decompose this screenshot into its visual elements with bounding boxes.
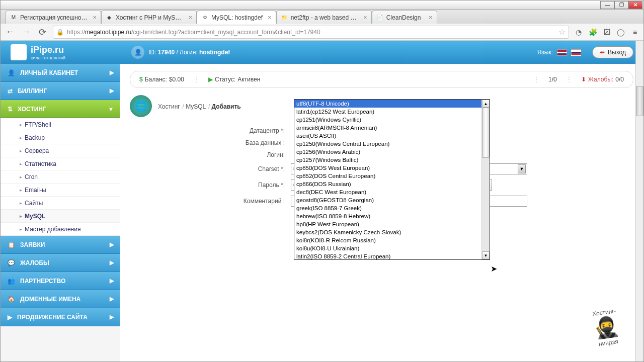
sidebar-icon: 💬 — [8, 259, 15, 266]
browser-tab[interactable]: 📁net2ftp - a web based FTP× — [276, 11, 372, 24]
dropdown-option[interactable]: ascii(US ASCII) — [294, 132, 481, 140]
dropdown-option[interactable]: cp850(DOS West European) — [294, 164, 481, 172]
tab-favicon-icon: 📁 — [281, 14, 288, 21]
sidebar-item[interactable]: 🏠ДОМЕННЫЕ ИМЕНА▶ — [1, 290, 120, 308]
dropdown-option[interactable]: koi8r(KOI8-R Relcom Russian) — [294, 236, 481, 244]
scroll-down-icon[interactable]: ▼ — [482, 251, 490, 259]
dropdown-option[interactable]: armscii8(ARMSCII-8 Armenian) — [294, 124, 481, 132]
dropdown-option[interactable]: keybcs2(DOS Kamenicky Czech-Slovak) — [294, 228, 481, 236]
extension-icon[interactable]: 🧩 — [588, 28, 597, 37]
browser-tab[interactable]: ◆Хостинг с PHP и MySQL,× — [101, 11, 197, 24]
dropdown-option[interactable]: dec8(DEC West European) — [294, 188, 481, 196]
dropdown-option[interactable]: hebrew(ISO 8859-8 Hebrew) — [294, 212, 481, 220]
dropdown-option[interactable]: cp852(DOS Central European) — [294, 172, 481, 180]
sidebar-subitem[interactable]: Cron — [1, 170, 120, 184]
charset-label: Charset *: — [225, 165, 291, 172]
sidebar-subitem[interactable]: Сервера — [1, 144, 120, 157]
logo-text: iPipe.ru — [31, 45, 65, 55]
back-button[interactable]: ← — [5, 27, 16, 38]
page-scroll-thumb[interactable] — [636, 86, 643, 116]
bookmark-star-icon[interactable]: ☆ — [558, 27, 566, 37]
breadcrumb-add: Добавить — [212, 103, 241, 110]
browser-tab[interactable]: MРегистрация успешно за× — [6, 11, 101, 24]
language-label: Язык: — [537, 49, 553, 56]
extension-icon[interactable]: ◔ — [574, 28, 583, 37]
database-label: База данных : — [225, 139, 291, 146]
dropdown-option[interactable]: cp1251(Windows Cyrillic) — [294, 116, 481, 124]
sidebar-item[interactable]: 📋ЗАЯВКИ▶ — [1, 236, 120, 254]
dropdown-option[interactable]: cp1257(Windows Baltic) — [294, 156, 481, 164]
scroll-up-icon[interactable]: ▲ — [482, 100, 490, 108]
user-icon: 👤 — [131, 46, 144, 59]
browser-tab[interactable]: ⚙MySQL: hostingdef× — [197, 11, 276, 24]
sidebar-icon: 📋 — [8, 241, 15, 248]
dropdown-option[interactable]: hp8(HP West European) — [294, 220, 481, 228]
sidebar-subitem[interactable]: Email-ы — [1, 184, 120, 197]
sidebar-item[interactable]: ⇄БИЛЛИНГ▶ — [1, 82, 120, 100]
tab-favicon-icon: ◆ — [106, 14, 113, 21]
tab-close-icon[interactable]: × — [268, 14, 272, 21]
ninja-icon: 🥷 — [592, 314, 620, 341]
tab-close-icon[interactable]: × — [93, 14, 97, 21]
complaints-link[interactable]: Жалобы: — [588, 76, 614, 83]
breadcrumb-hosting[interactable]: Хостинг — [158, 103, 180, 110]
sidebar-subitem[interactable]: MySQL — [1, 210, 120, 223]
dropdown-option[interactable]: latin1(cp1252 West European) — [294, 108, 481, 116]
flag-us-icon[interactable] — [557, 49, 567, 56]
logo-icon: ◈ — [11, 44, 27, 60]
breadcrumb-mysql[interactable]: MySQL — [186, 103, 206, 110]
browser-tabs: MРегистрация успешно за×◆Хостинг с PHP и… — [1, 10, 643, 24]
browser-tab[interactable]: 📄CleanDesign× — [372, 11, 437, 24]
dropdown-arrow-icon[interactable]: ▼ — [518, 164, 526, 173]
flag-ru-icon[interactable] — [571, 49, 581, 56]
dropdown-option[interactable]: koi8u(KOI8-U Ukrainian) — [294, 244, 481, 252]
status-bar: $ Баланс: $0.00 ⋮ ▶ Статус: Активен ⋮ 1/… — [130, 71, 633, 88]
sidebar-subitem[interactable]: Сайты — [1, 197, 120, 210]
extension-icon[interactable]: ◯ — [616, 28, 625, 37]
dropdown-scrollbar[interactable]: ▲ ▼ — [481, 100, 490, 259]
logo[interactable]: ◈ iPipe.ru сила технологий — [11, 44, 121, 60]
reload-button[interactable]: ⟳ — [37, 27, 48, 38]
address-bar[interactable]: 🔒 https://megatool.ipipe.ru/cgi-bin/clie… — [53, 26, 569, 39]
tab-close-icon[interactable]: × — [188, 14, 192, 21]
dropdown-option[interactable]: cp1250(Windows Central European) — [294, 140, 481, 148]
sidebar-subitem[interactable]: FTP/Shell — [1, 118, 120, 131]
sidebar-subitem[interactable]: Статистика — [1, 157, 120, 170]
lock-icon: 🔒 — [56, 29, 64, 36]
sidebar-item[interactable]: 👥ПАРТНЕРСТВО▶ — [1, 272, 120, 290]
close-button[interactable]: ✕ — [628, 1, 642, 9]
maximize-button[interactable]: ❐ — [614, 1, 628, 9]
dropdown-option[interactable]: cp1256(Windows Arabic) — [294, 148, 481, 156]
dropdown-option[interactable]: geostd8(GEOSTD8 Georgian) — [294, 196, 481, 204]
sidebar-icon: 🏠 — [8, 296, 15, 303]
sidebar-item[interactable]: ▶ПРОДВИЖЕНИЕ САЙТА▶ — [1, 308, 120, 326]
minimize-button[interactable]: — — [600, 1, 614, 9]
dropdown-option[interactable]: cp866(DOS Russian) — [294, 180, 481, 188]
sidebar-icon: 👥 — [8, 278, 15, 285]
chevron-right-icon: ▶ — [110, 296, 114, 302]
sidebar-item-hosting[interactable]: ⇅ХОСТИНГ▼ — [1, 100, 120, 118]
logout-button[interactable]: ⬅ Выход — [592, 46, 633, 58]
globe-icon: 🌐 — [130, 95, 152, 117]
tab-close-icon[interactable]: × — [363, 14, 367, 21]
forward-button[interactable]: → — [21, 27, 32, 38]
extension-icon[interactable]: ≡ — [630, 28, 639, 37]
dropdown-option[interactable]: utf8(UTF-8 Unicode) — [294, 100, 481, 108]
extension-icon[interactable]: 🖼 — [602, 28, 611, 37]
password-label: Пароль *: — [225, 182, 291, 189]
tab-favicon-icon: ⚙ — [201, 14, 208, 21]
charset-dropdown-list[interactable]: utf8(UTF-8 Unicode)latin1(cp1252 West Eu… — [294, 99, 490, 260]
page-scrollbar[interactable] — [635, 41, 643, 361]
tab-close-icon[interactable]: × — [429, 14, 433, 21]
sidebar-item[interactable]: 💬ЖАЛОБЫ▶ — [1, 254, 120, 272]
window-titlebar: — ❐ ✕ — [1, 1, 643, 10]
dropdown-option[interactable]: latin2(ISO 8859-2 Central European) — [294, 252, 481, 259]
scroll-thumb[interactable] — [482, 108, 490, 158]
chevron-down-icon: ▼ — [108, 106, 114, 112]
sidebar-subitem[interactable]: Backup — [1, 131, 120, 144]
sidebar-icon: ▶ — [8, 314, 12, 321]
tab-favicon-icon: M — [10, 14, 17, 21]
sidebar-item[interactable]: 👤ЛИЧНЫЙ КАБИНЕТ▶ — [1, 64, 120, 82]
dropdown-option[interactable]: greek(ISO 8859-7 Greek) — [294, 204, 481, 212]
sidebar-subitem[interactable]: Мастер добавления — [1, 223, 120, 236]
